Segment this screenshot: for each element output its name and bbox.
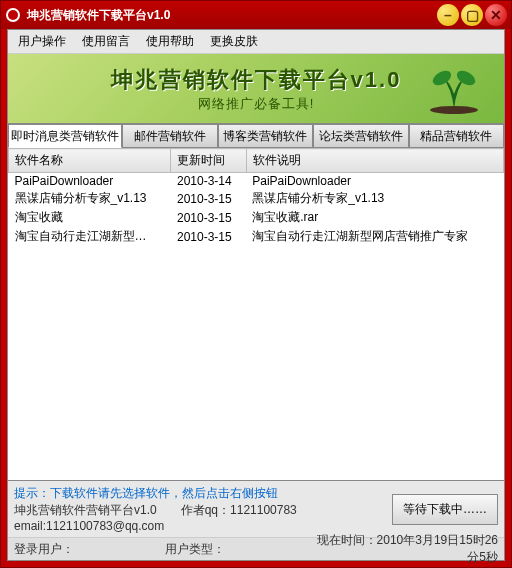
banner-title: 坤兆营销软件下载平台v1.0	[111, 65, 402, 95]
hint-line1: 提示：下载软件请先选择软件，然后点击右侧按钮	[14, 485, 384, 502]
main-window: 坤兆营销软件下载平台v1.0 – ▢ ✕ 用户操作使用留言使用帮助更换皮肤 坤兆…	[0, 0, 512, 568]
status-bar: 登录用户： 用户类型： 现在时间：2010年3月19日15时26分5秒	[8, 538, 504, 560]
table-row[interactable]: 淘宝收藏2010-3-15淘宝收藏.rar	[9, 208, 504, 227]
hint-bar: 提示：下载软件请先选择软件，然后点击右侧按钮 坤兆营销软件营销平台v1.0 作者…	[8, 481, 504, 538]
menu-item-0[interactable]: 用户操作	[12, 31, 72, 52]
cell: 淘宝收藏	[9, 208, 171, 227]
menu-bar: 用户操作使用留言使用帮助更换皮肤	[8, 30, 504, 54]
cell: 2010-3-15	[171, 189, 246, 208]
tab-4[interactable]: 精品营销软件	[409, 124, 505, 148]
svg-point-1	[8, 10, 18, 20]
minimize-button[interactable]: –	[437, 4, 459, 26]
tab-1[interactable]: 邮件营销软件	[122, 124, 218, 148]
menu-item-3[interactable]: 更换皮肤	[204, 31, 264, 52]
menu-item-1[interactable]: 使用留言	[76, 31, 136, 52]
cell: PaiPaiDownloader	[246, 173, 503, 190]
app-icon	[5, 7, 21, 23]
plant-icon	[424, 64, 484, 117]
banner-subtitle: 网络推广必备工具!	[198, 95, 315, 113]
status-time: 现在时间：2010年3月19日15时26分5秒	[317, 532, 499, 566]
status-type: 用户类型：	[165, 541, 316, 558]
cell: 2010-3-14	[171, 173, 246, 190]
svg-point-3	[430, 68, 453, 88]
status-user: 登录用户：	[14, 541, 165, 558]
tab-bar: 即时消息类营销软件邮件营销软件博客类营销软件论坛类营销软件精品营销软件	[8, 124, 504, 148]
client-area: 用户操作使用留言使用帮助更换皮肤 坤兆营销软件下载平台v1.0 网络推广必备工具…	[7, 29, 505, 561]
cell: 淘宝自动行走江湖新型网店营销推广专家	[246, 227, 503, 246]
download-button[interactable]: 等待下载中……	[392, 494, 498, 525]
table-row[interactable]: 淘宝自动行走江湖新型…2010-3-15淘宝自动行走江湖新型网店营销推广专家	[9, 227, 504, 246]
tab-2[interactable]: 博客类营销软件	[218, 124, 314, 148]
tab-0[interactable]: 即时消息类营销软件	[8, 124, 122, 148]
svg-point-4	[454, 68, 477, 88]
menu-item-2[interactable]: 使用帮助	[140, 31, 200, 52]
cell: 淘宝收藏.rar	[246, 208, 503, 227]
col-header-0[interactable]: 软件名称	[9, 149, 171, 173]
hint-line3: email:1121100783@qq.com	[14, 519, 384, 533]
cell: 2010-3-15	[171, 227, 246, 246]
col-header-1[interactable]: 更新时间	[171, 149, 246, 173]
title-bar: 坤兆营销软件下载平台v1.0 – ▢ ✕	[1, 1, 511, 29]
window-buttons: – ▢ ✕	[437, 4, 507, 26]
col-header-2[interactable]: 软件说明	[246, 149, 503, 173]
banner: 坤兆营销软件下载平台v1.0 网络推广必备工具!	[8, 54, 504, 124]
software-table: 软件名称更新时间软件说明 PaiPaiDownloader2010-3-14Pa…	[8, 148, 504, 246]
close-button[interactable]: ✕	[485, 4, 507, 26]
cell: 2010-3-15	[171, 208, 246, 227]
window-title: 坤兆营销软件下载平台v1.0	[27, 7, 437, 24]
tab-3[interactable]: 论坛类营销软件	[313, 124, 409, 148]
cell: 黑谋店铺分析专家_v1.13	[9, 189, 171, 208]
cell: 黑谋店铺分析专家_v1.13	[246, 189, 503, 208]
cell: 淘宝自动行走江湖新型…	[9, 227, 171, 246]
hint-line2: 坤兆营销软件营销平台v1.0 作者qq：1121100783	[14, 502, 384, 519]
cell: PaiPaiDownloader	[9, 173, 171, 190]
maximize-button[interactable]: ▢	[461, 4, 483, 26]
table-area[interactable]: 软件名称更新时间软件说明 PaiPaiDownloader2010-3-14Pa…	[8, 148, 504, 481]
table-row[interactable]: PaiPaiDownloader2010-3-14PaiPaiDownloade…	[9, 173, 504, 190]
table-row[interactable]: 黑谋店铺分析专家_v1.132010-3-15黑谋店铺分析专家_v1.13	[9, 189, 504, 208]
